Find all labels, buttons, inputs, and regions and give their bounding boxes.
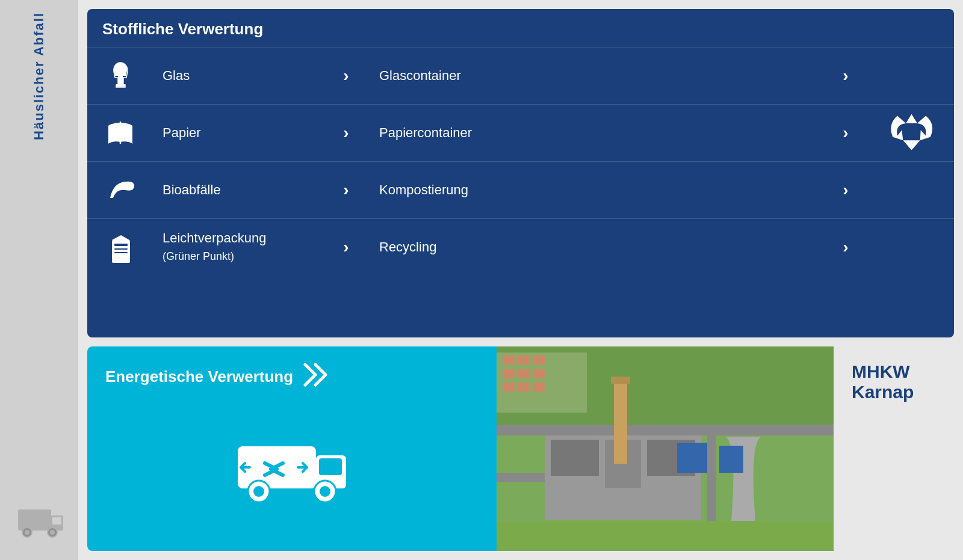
svg-rect-2 [52,517,61,525]
svg-point-8 [116,65,120,70]
svg-rect-26 [503,369,515,378]
aerial-photo [497,346,834,551]
svg-rect-12 [114,252,128,253]
bottom-section: Energetische Verwertung [87,346,954,551]
energetic-panel: Energetische Verwertung [87,346,497,551]
bio-label: Bioabfälle [153,176,322,205]
table-row: Glas › Glascontainer › [87,47,954,104]
svg-rect-0 [18,509,51,531]
main-content: Stoffliche Verwertung [78,0,963,560]
table-row: Papier › Papiercontainer › [87,104,954,161]
aerial-photo-panel [497,346,834,551]
svg-rect-15 [319,458,342,475]
glas-destination: Glascontainer [370,62,822,90]
svg-rect-43 [497,473,545,482]
svg-rect-25 [533,355,545,365]
table-row: Bioabfälle › Kompostierung › [87,161,954,218]
sidebar: Häuslicher Abfall [0,0,78,560]
svg-point-4 [25,530,29,535]
svg-rect-38 [611,377,630,384]
bio-arrow: › [322,180,370,200]
svg-rect-34 [551,440,599,476]
svg-rect-10 [114,244,128,246]
sidebar-label: Häuslicher Abfall [31,12,47,140]
energetic-truck-icon [105,392,478,536]
glas-label: Glas [153,61,322,91]
leicht-destination: Recycling [370,233,822,261]
svg-rect-40 [719,446,743,473]
svg-point-6 [50,530,55,535]
energetic-title: Energetische Verwertung [105,368,293,386]
svg-rect-28 [533,369,545,378]
svg-rect-9 [112,240,130,263]
leicht-arrow2: › [822,238,870,257]
svg-point-19 [320,486,330,497]
stoffliche-header: Stoffliche Verwertung [87,9,954,47]
svg-rect-31 [533,383,545,392]
svg-rect-24 [518,355,530,365]
mhkw-panel: MHKW Karnap [834,346,954,551]
leicht-label: Leichtverpackung(Grüner Punkt) [153,224,322,270]
recycle-icon-container [870,106,954,160]
svg-rect-42 [707,435,716,521]
papier-label: Papier [153,118,322,148]
svg-rect-27 [518,369,530,378]
svg-rect-30 [518,383,530,392]
svg-rect-32 [497,425,834,435]
bio-destination: Kompostierung [370,176,822,204]
rows-container: Glas › Glascontainer › [87,47,954,275]
svg-rect-29 [503,383,515,392]
papier-arrow2: › [822,123,870,143]
svg-point-17 [253,486,264,497]
leicht-arrow: › [322,238,370,257]
mhkw-title: MHKW Karnap [852,362,936,402]
papier-arrow: › [322,123,370,143]
table-row: Leichtverpackung(Grüner Punkt) › Recycli… [87,218,954,275]
bio-arrow2: › [822,180,870,200]
svg-rect-37 [614,377,627,464]
energetic-header: Energetische Verwertung [105,362,478,392]
papier-destination: Papiercontainer [370,119,822,147]
papier-icon [87,117,153,150]
glas-arrow2: › [822,66,870,85]
svg-rect-23 [503,355,515,365]
svg-rect-11 [114,248,128,250]
truck-icon [15,497,63,548]
glas-icon-actual [87,60,153,91]
leicht-icon [87,229,153,265]
double-chevron-icon [302,362,335,392]
svg-rect-41 [497,521,834,551]
stoffliche-verwertung-section: Stoffliche Verwertung [87,9,954,337]
glas-arrow: › [322,66,370,85]
bio-icon [87,177,153,204]
